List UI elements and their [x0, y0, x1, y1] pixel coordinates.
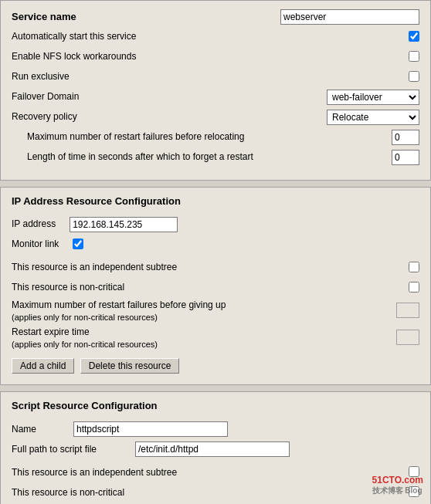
auto-start-checkbox[interactable] — [409, 31, 419, 42]
max-restart-input[interactable] — [392, 130, 419, 145]
run-exclusive-control — [409, 71, 419, 84]
max-restart-label: Maximum number of restart failures befor… — [27, 131, 392, 144]
failover-domain-row: Failover Domain web-failover — [12, 89, 419, 106]
monitor-link-label: Monitor link — [12, 238, 65, 251]
script-non-critical-row: This resource is non-critical — [12, 484, 419, 501]
forget-restart-input[interactable] — [392, 150, 419, 165]
ip-resource-section: IP Address Resource Configuration IP add… — [0, 187, 431, 385]
enable-nfs-row: Enable NFS lock workarounds — [12, 49, 419, 66]
script-non-critical-control — [409, 486, 419, 499]
auto-start-label: Automatically start this service — [12, 31, 409, 43]
script-independent-subtree-row: This resource is an independent subtree — [12, 464, 419, 481]
script-resource-section: Script Resource Configuration Name Full … — [0, 391, 431, 504]
enable-nfs-label: Enable NFS lock workarounds — [12, 51, 409, 63]
ip-address-input[interactable] — [70, 217, 178, 232]
delete-resource-button[interactable]: Delete this resource — [80, 358, 180, 374]
add-child-button[interactable]: Add a child — [12, 358, 74, 374]
ip-independent-subtree-row: This resource is an independent subtree — [12, 259, 419, 276]
service-section: Service name Automatically start this se… — [0, 0, 431, 181]
failover-domain-select[interactable]: web-failover — [327, 90, 419, 105]
monitor-link-control — [73, 238, 83, 252]
ip-address-row: IP address — [12, 216, 419, 233]
run-exclusive-row: Run exclusive — [12, 69, 419, 86]
recovery-policy-row: Recovery policy Relocate Restart Disable — [12, 109, 419, 126]
ip-max-restart-label: Maximum number of restart failures befor… — [12, 299, 396, 323]
failover-domain-label: Failover Domain — [12, 91, 327, 103]
ip-button-row: Add a child Delete this resource — [12, 358, 419, 374]
script-resource-title: Script Resource Configuration — [12, 400, 419, 414]
recovery-policy-label: Recovery policy — [12, 111, 327, 123]
script-path-control — [135, 441, 290, 457]
monitor-link-row: Monitor link — [12, 236, 419, 253]
ip-non-critical-control — [409, 282, 419, 295]
script-non-critical-checkbox[interactable] — [409, 486, 419, 497]
script-non-critical-label: This resource is non-critical — [12, 487, 409, 499]
ip-address-label: IP address — [12, 218, 62, 231]
max-restart-row: Maximum number of restart failures befor… — [12, 129, 419, 146]
script-path-row: Full path to script file — [12, 441, 419, 458]
script-name-row: Name — [12, 421, 419, 438]
forget-restart-control — [392, 150, 419, 165]
run-exclusive-checkbox[interactable] — [409, 71, 419, 82]
service-name-control — [280, 9, 419, 25]
script-path-label: Full path to script file — [12, 444, 135, 456]
script-name-input[interactable] — [73, 421, 228, 437]
ip-restart-expire-box — [396, 330, 419, 345]
auto-start-row: Automatically start this service — [12, 29, 419, 46]
ip-non-critical-label: This resource is non-critical — [12, 282, 409, 294]
max-restart-control — [392, 130, 419, 145]
ip-independent-subtree-control — [409, 262, 419, 275]
ip-max-restart-control — [396, 303, 419, 320]
script-independent-subtree-label: This resource is an independent subtree — [12, 467, 409, 479]
run-exclusive-label: Run exclusive — [12, 71, 409, 83]
service-name-label: Service name — [12, 11, 280, 24]
script-path-input[interactable] — [135, 441, 290, 457]
failover-domain-control: web-failover — [327, 90, 419, 105]
script-independent-subtree-checkbox[interactable] — [409, 466, 419, 477]
auto-start-control — [409, 31, 419, 44]
forget-restart-row: Length of time in seconds after which to… — [12, 149, 419, 166]
ip-max-restart-box — [396, 303, 419, 318]
ip-independent-subtree-checkbox[interactable] — [409, 262, 419, 272]
service-name-input[interactable] — [280, 9, 419, 25]
script-name-label: Name — [12, 424, 73, 436]
recovery-policy-select[interactable]: Relocate Restart Disable — [327, 110, 419, 125]
forget-restart-label: Length of time in seconds after which to… — [27, 151, 392, 164]
ip-non-critical-checkbox[interactable] — [409, 282, 419, 293]
ip-restart-expire-label: Restart expire time(applies only for non… — [12, 326, 396, 350]
ip-independent-subtree-label: This resource is an independent subtree — [12, 262, 409, 274]
ip-restart-expire-row: Restart expire time(applies only for non… — [12, 326, 419, 350]
ip-address-control — [70, 217, 178, 232]
script-independent-subtree-control — [409, 466, 419, 479]
ip-non-critical-row: This resource is non-critical — [12, 279, 419, 296]
monitor-link-checkbox[interactable] — [73, 238, 83, 249]
recovery-policy-control: Relocate Restart Disable — [327, 110, 419, 125]
ip-resource-title: IP Address Resource Configuration — [12, 195, 419, 210]
ip-max-restart-row: Maximum number of restart failures befor… — [12, 299, 419, 323]
ip-restart-expire-control — [396, 330, 419, 347]
enable-nfs-control — [409, 51, 419, 64]
enable-nfs-checkbox[interactable] — [409, 51, 419, 62]
service-name-row: Service name — [12, 8, 419, 25]
script-name-control — [73, 421, 228, 437]
